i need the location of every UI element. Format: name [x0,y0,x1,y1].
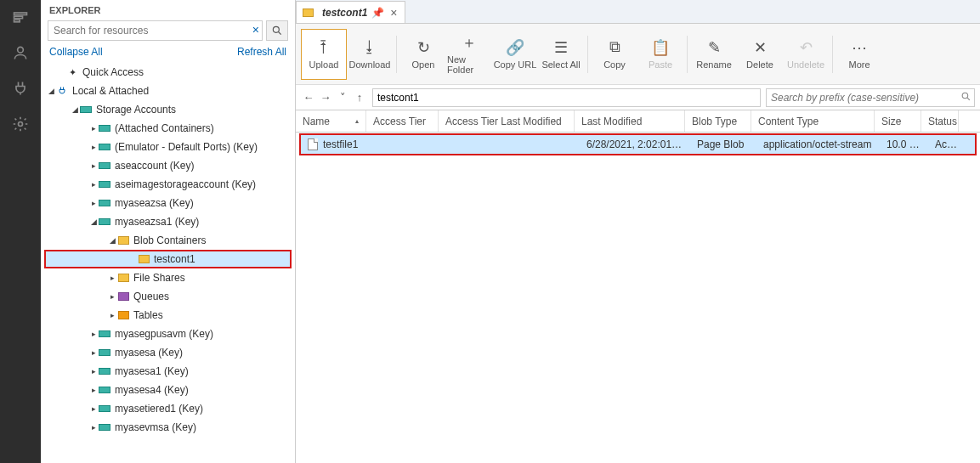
rename-icon: ✎ [705,39,722,56]
tab-bar: testcont1 📌 × [296,0,980,24]
prefix-search-input[interactable] [766,88,975,107]
col-name[interactable]: Name [296,110,366,132]
storage-icon [99,179,110,189]
rename-button[interactable]: ✎Rename [691,29,737,80]
blob-grid: Name Access Tier Access Tier Last Modifi… [296,110,980,463]
storage-icon [99,329,110,339]
toolbar: ⭱Upload ⭳Download ↻Open ＋New Folder 🔗Cop… [296,24,980,85]
search-input[interactable] [48,20,263,41]
cell-blob-type: Page Blob [690,138,756,150]
nav-forward-icon[interactable]: → [318,90,333,105]
col-blob-type[interactable]: Blob Type [685,110,751,132]
storage-icon [99,142,110,152]
folder-icon [117,235,129,246]
activity-settings-icon[interactable] [10,114,31,134]
new-folder-button[interactable]: ＋New Folder [446,29,492,80]
cell-status: Active [928,138,966,150]
nav-down-icon[interactable]: ˅ [335,90,350,105]
tab-title: testcont1 [322,7,367,19]
storage-icon [99,123,110,133]
tab-pin-icon[interactable]: 📌 [371,7,384,19]
tree-item[interactable]: ▸aseimagestorageaccount (Key) [41,175,295,194]
tree-item[interactable]: ▸myasegpusavm (Key) [41,325,295,343]
separator [396,36,397,73]
tree-storage-accounts[interactable]: ◢Storage Accounts [41,100,295,119]
nav-up-icon[interactable]: ↑ [352,90,367,105]
svg-rect-0 [14,13,27,15]
main-area: testcont1 📌 × ⭱Upload ⭳Download ↻Open ＋N… [296,0,980,463]
storage-icon [99,347,110,358]
explorer-panel: EXPLORER × Collapse All Refresh All Quic… [41,0,296,463]
select-all-icon: ☰ [552,39,569,56]
upload-button[interactable]: ⭱Upload [301,29,347,80]
storage-icon [99,198,110,208]
activity-bar [0,0,41,463]
copy-button[interactable]: ⧉Copy [592,29,637,80]
svg-rect-2 [14,20,20,22]
tree-item[interactable]: ▸myasesa1 (Key) [41,362,295,381]
nav-back-icon[interactable]: ← [301,90,316,105]
tree-queues[interactable]: ▸Queues [41,287,295,306]
tree-item[interactable]: ▸(Emulator - Default Ports) (Key) [41,138,295,156]
upload-icon: ⭱ [315,39,332,56]
col-tier-modified[interactable]: Access Tier Last Modified [439,110,575,132]
tree-item[interactable]: ▸myaseazsa (Key) [41,194,295,212]
storage-icon [80,104,92,115]
svg-line-8 [967,98,970,100]
grid-row[interactable]: testfile1 6/28/2021, 2:02:01 PM Page Blo… [299,133,977,155]
search-input-wrapper: × [48,20,263,41]
activity-account-icon[interactable] [10,42,31,63]
col-content-type[interactable]: Content Type [751,110,875,132]
path-input[interactable] [372,88,761,107]
col-access-tier[interactable]: Access Tier [366,110,439,132]
tree-local-attached[interactable]: ◢Local & Attached [41,82,295,100]
collapse-all-link[interactable]: Collapse All [49,46,103,58]
search-button[interactable] [266,20,288,41]
col-status[interactable]: Status [921,110,959,132]
tree-item[interactable]: ▸(Attached Containers) [41,119,295,138]
tree-quick-access[interactable]: Quick Access [41,63,295,82]
copy-url-button[interactable]: 🔗Copy URL [492,29,538,80]
more-button[interactable]: ⋯More [836,29,882,80]
delete-icon: ✕ [751,39,768,56]
explorer-title: EXPLORER [41,0,295,17]
storage-icon [99,366,110,376]
activity-plug-icon[interactable] [10,78,31,99]
tree-item[interactable]: ▸myasetiered1 (Key) [41,399,295,418]
tree-testcont1[interactable]: testcont1 [44,250,292,268]
paste-button: 📋Paste [637,29,683,80]
container-icon [138,254,150,264]
delete-button[interactable]: ✕Delete [737,29,783,80]
separator [687,36,688,73]
tree-item[interactable]: ▸myasesa4 (Key) [41,381,295,399]
search-clear-icon[interactable]: × [252,23,259,37]
storage-icon [99,161,110,171]
tree-item[interactable]: ▸myasesa (Key) [41,343,295,362]
open-button[interactable]: ↻Open [400,29,446,80]
select-all-button[interactable]: ☰Select All [538,29,584,80]
tree-blob-containers[interactable]: ◢Blob Containers [41,231,295,250]
tab-close-icon[interactable]: × [388,6,399,20]
search-icon[interactable] [960,91,972,104]
refresh-all-link[interactable]: Refresh All [237,46,286,58]
tab-testcont1[interactable]: testcont1 📌 × [296,1,405,23]
tree-item[interactable]: ▸aseaccount (Key) [41,156,295,175]
svg-point-7 [962,93,968,99]
queue-icon [117,291,129,302]
tree-item[interactable]: ▸myasevmsa (Key) [41,418,295,437]
path-bar: ← → ˅ ↑ [296,85,980,110]
col-last-modified[interactable]: Last Modified [575,110,685,132]
storage-icon [99,217,110,227]
undelete-icon: ↶ [797,39,814,56]
tree-file-shares[interactable]: ▸File Shares [41,268,295,287]
storage-icon [99,404,110,414]
col-size[interactable]: Size [875,110,921,132]
tree-item-expanded[interactable]: ◢myaseazsa1 (Key) [41,212,295,231]
cell-content-type: application/octet-stream [756,138,880,150]
download-button[interactable]: ⭳Download [347,29,393,80]
tree-tables[interactable]: ▸Tables [41,306,295,325]
activity-explorer-icon[interactable] [10,7,31,27]
plus-icon: ＋ [461,34,478,51]
svg-rect-1 [14,16,23,19]
more-icon: ⋯ [851,39,868,56]
